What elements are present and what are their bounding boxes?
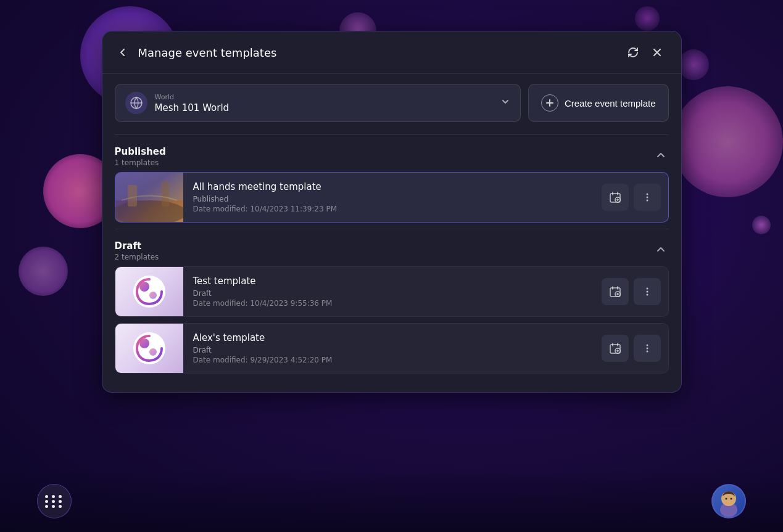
svg-point-12	[139, 282, 149, 292]
chevron-up-icon-draft	[655, 244, 666, 255]
svg-point-9	[646, 197, 648, 198]
svg-point-26	[646, 351, 648, 353]
template-name-alexs: Alex's template	[193, 332, 584, 343]
meeting-thumbnail	[115, 173, 183, 222]
template-actions-test	[594, 278, 668, 305]
mesh-thumbnail-test	[115, 267, 183, 316]
published-count: 1 templates	[115, 158, 166, 167]
template-actions-alexs	[594, 335, 668, 362]
published-title: Published	[115, 146, 166, 157]
bottom-bar	[0, 470, 783, 532]
modal-wrapper: Manage event templates	[93, 31, 690, 458]
world-selector[interactable]: World Mesh 101 World	[115, 84, 521, 122]
draft-count: 2 templates	[115, 253, 159, 261]
template-date-test: Date modified: 10/4/2023 9:55:36 PM	[193, 299, 584, 308]
close-button[interactable]	[648, 43, 666, 62]
create-event-template-button[interactable]: Create event template	[528, 84, 669, 122]
more-icon-test	[642, 286, 653, 297]
template-status-alexs: Draft	[193, 346, 584, 354]
close-icon	[652, 47, 663, 58]
svg-point-3	[115, 200, 183, 222]
create-event-icon-test	[609, 285, 621, 298]
section-divider-draft	[115, 229, 669, 229]
chevron-up-icon	[655, 150, 666, 161]
template-status-allhands: Published	[193, 195, 584, 203]
published-title-group: Published 1 templates	[115, 146, 166, 167]
svg-point-25	[646, 348, 648, 350]
more-icon-alexs	[642, 343, 653, 354]
mesh-logo-test	[131, 273, 168, 310]
more-icon	[642, 192, 653, 203]
chevron-down-icon	[500, 97, 510, 109]
template-create-event-button-test[interactable]	[602, 278, 629, 305]
globe-icon	[130, 96, 143, 110]
plus-icon	[545, 98, 555, 108]
world-name: Mesh 101 World	[155, 102, 493, 113]
manage-templates-modal: Manage event templates	[102, 31, 682, 393]
back-button[interactable]	[117, 44, 133, 60]
world-info: World Mesh 101 World	[155, 93, 493, 113]
template-date-allhands: Date modified: 10/4/2023 11:39:23 PM	[193, 205, 584, 213]
svg-point-30	[731, 498, 732, 500]
create-event-icon	[609, 191, 621, 203]
avatar-button[interactable]	[711, 484, 746, 518]
template-info-alexs: Alex's template Draft Date modified: 9/2…	[183, 325, 594, 372]
svg-rect-5	[162, 182, 169, 207]
apps-grid-icon	[45, 495, 64, 508]
template-more-button-test[interactable]	[634, 278, 661, 305]
refresh-button[interactable]	[623, 43, 643, 62]
create-label: Create event template	[565, 98, 656, 108]
svg-point-24	[646, 345, 648, 346]
template-thumbnail-allhands	[115, 173, 183, 222]
world-label: World	[155, 93, 493, 101]
svg-point-29	[726, 498, 727, 500]
dot	[59, 505, 62, 508]
svg-point-13	[149, 292, 157, 299]
dot	[52, 495, 55, 498]
template-create-event-button-allhands[interactable]	[602, 184, 629, 211]
template-actions-allhands	[594, 184, 668, 211]
dot	[59, 495, 62, 498]
decoration-blob-3	[19, 247, 68, 296]
svg-rect-2	[115, 173, 183, 200]
published-section-header: Published 1 templates	[115, 137, 669, 172]
avatar-figure	[715, 486, 742, 517]
svg-rect-4	[128, 185, 137, 207]
svg-point-21	[149, 348, 157, 356]
section-divider-top	[115, 134, 669, 135]
svg-point-10	[646, 200, 648, 202]
mesh-logo-alexs	[131, 330, 168, 367]
template-card-test[interactable]: Test template Draft Date modified: 10/4/…	[115, 266, 669, 317]
draft-collapse-button[interactable]	[653, 242, 669, 260]
template-more-button-alexs[interactable]	[634, 335, 661, 362]
template-info-allhands: All hands meeting template Published Dat…	[183, 174, 594, 221]
action-row: World Mesh 101 World Create event templa…	[102, 74, 681, 132]
template-card-allhands[interactable]: All hands meeting template Published Dat…	[115, 172, 669, 223]
chevron-icon	[500, 97, 510, 107]
dot	[45, 500, 48, 503]
create-event-icon-alexs	[609, 342, 621, 354]
meeting-scene	[115, 173, 183, 222]
mesh-thumbnail-alexs	[115, 324, 183, 373]
header-actions	[623, 43, 666, 62]
template-status-test: Draft	[193, 289, 584, 298]
world-icon	[125, 92, 147, 114]
templates-body: Published 1 templates	[102, 134, 681, 392]
svg-point-20	[139, 338, 149, 348]
published-collapse-button[interactable]	[653, 147, 669, 166]
svg-rect-1	[115, 173, 183, 222]
dot	[52, 500, 55, 503]
draft-title-group: Draft 2 templates	[115, 240, 159, 261]
apps-button[interactable]	[37, 484, 72, 518]
svg-point-8	[646, 194, 648, 195]
template-create-event-button-alexs[interactable]	[602, 335, 629, 362]
dot	[59, 500, 62, 503]
template-card-alexs[interactable]: Alex's template Draft Date modified: 9/2…	[115, 323, 669, 374]
template-info-test: Test template Draft Date modified: 10/4/…	[183, 268, 594, 315]
template-name-allhands: All hands meeting template	[193, 181, 584, 192]
template-more-button-allhands[interactable]	[634, 184, 661, 211]
svg-point-17	[646, 291, 648, 293]
dot	[52, 505, 55, 508]
template-thumbnail-test	[115, 267, 183, 316]
back-icon	[117, 47, 128, 58]
